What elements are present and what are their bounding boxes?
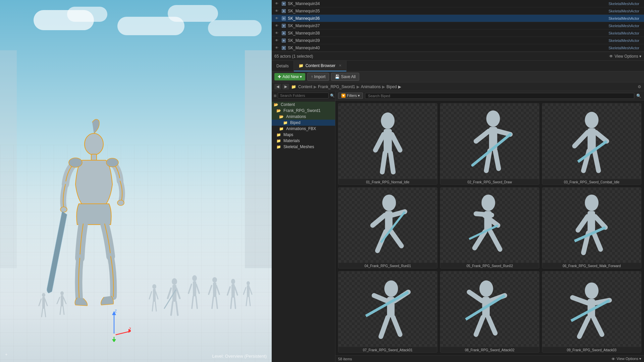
outliner-row[interactable]: 👁 SK_Mannequin39 SkeletalMeshActor xyxy=(272,37,644,44)
actor-name: SK_Mannequin39 xyxy=(288,38,608,43)
svg-line-101 xyxy=(373,215,385,225)
breadcrumb-biped[interactable]: Biped ▶ xyxy=(386,84,401,89)
folder-search-icon[interactable]: 🔍 xyxy=(330,94,335,98)
outliner-row[interactable]: 👁 SK_Mannequin38 SkeletalMeshActor xyxy=(272,29,644,37)
actor-type: SkeletalMeshActor xyxy=(608,2,639,6)
asset-count: 58 items xyxy=(338,357,352,361)
cloud xyxy=(168,5,218,22)
asset-item[interactable]: 02_Frank_RPG_Sword_Draw xyxy=(440,103,539,185)
breadcrumb-back-button[interactable]: ◀ xyxy=(274,84,281,89)
asset-thumbnail xyxy=(338,272,437,347)
folder-search-input[interactable] xyxy=(278,93,329,99)
actor-icon xyxy=(281,38,286,43)
outliner-row[interactable]: 👁 SK_Mannequin36 SkeletalMeshActor xyxy=(272,15,644,22)
tree-item-materials[interactable]: 📁 Materials xyxy=(272,138,335,144)
actor-type: SkeletalMeshActor xyxy=(608,24,639,28)
tree-item-animations-fbx[interactable]: 📁 Animations_FBX xyxy=(272,126,335,132)
content-main: ⊞ 🔍 📂 Content 📂 Frank_RPG_Sword1 📂 Anima… xyxy=(272,91,644,362)
actor-name: SK_Mannequin34 xyxy=(288,1,608,6)
viewport: Z X Level: Overview (Persistent) + xyxy=(0,0,272,362)
tab-content-browser[interactable]: 📁 Content Browser ✕ xyxy=(294,61,346,71)
tree-item-label: Biped xyxy=(290,120,301,125)
svg-rect-66 xyxy=(283,3,285,5)
svg-line-109 xyxy=(476,214,492,215)
folder-tree: ⊞ 🔍 📂 Content 📂 Frank_RPG_Sword1 📂 Anima… xyxy=(272,91,335,362)
tree-item-label: Skeletal_Meshes xyxy=(283,144,314,149)
asset-item[interactable]: 06_Frank_RPG_Sword_Walk_Forward xyxy=(542,187,641,269)
filters-button[interactable]: 🔽 Filters ▾ xyxy=(338,93,363,99)
asset-item[interactable]: 04_Frank_RPG_Sword_Run01 xyxy=(338,187,437,269)
asset-search-input[interactable] xyxy=(365,93,634,99)
asset-thumbnail xyxy=(542,188,641,263)
svg-line-111 xyxy=(490,231,500,249)
asset-label: 04_Frank_RPG_Sword_Run01 xyxy=(338,263,437,268)
svg-line-122 xyxy=(374,296,387,301)
tree-item-maps[interactable]: 📁 Maps xyxy=(272,132,335,138)
asset-search-bar: 🔽 Filters ▾ 🔍 xyxy=(335,91,644,101)
tree-item-label: Content xyxy=(281,102,295,107)
tabs-row: Details 📁 Content Browser ✕ xyxy=(272,61,644,71)
add-new-button[interactable]: ✚ Add New ▾ xyxy=(274,73,305,80)
visibility-icon[interactable]: 👁 xyxy=(274,38,280,44)
asset-item[interactable]: 08_Frank_RPG_Sword_Attack02 xyxy=(440,271,539,353)
svg-line-88 xyxy=(497,131,510,134)
visibility-icon[interactable]: 👁 xyxy=(274,45,280,51)
breadcrumb-forward-button[interactable]: ▶ xyxy=(282,84,289,89)
asset-item[interactable]: 03_Frank_RPG_Sword_Combat_Idle xyxy=(542,103,641,185)
tree-item-biped[interactable]: 📁 Biped xyxy=(272,120,335,126)
actor-name: SK_Mannequin38 xyxy=(288,31,608,36)
svg-line-124 xyxy=(381,317,388,337)
actor-name: SK_Mannequin35 xyxy=(288,9,608,13)
actor-type: SkeletalMeshActor xyxy=(608,9,639,13)
asset-item[interactable]: 05_Frank_RPG_Sword_Run02 xyxy=(440,187,539,269)
right-panel: 👁 SK_Mannequin34 SkeletalMeshActor 👁 SK_… xyxy=(272,0,644,362)
tree-item-label: Animations_FBX xyxy=(286,126,316,131)
svg-line-115 xyxy=(578,216,588,230)
asset-item[interactable]: 09_Frank_RPG_Sword_Attack03 xyxy=(542,271,641,353)
actor-count: 65 actors (1 selected) xyxy=(274,54,313,59)
outliner-row[interactable]: 👁 SK_Mannequin34 SkeletalMeshActor xyxy=(272,0,644,7)
breadcrumb-frank[interactable]: Frank_RPG_Sword1 xyxy=(318,84,355,89)
folder-icon: 📂 xyxy=(274,103,278,107)
asset-label: 02_Frank_RPG_Sword_Draw xyxy=(440,179,539,184)
asset-label: 08_Frank_RPG_Sword_Attack02 xyxy=(440,347,539,352)
import-button[interactable]: ↑ Import xyxy=(307,73,329,81)
breadcrumb-settings-icon[interactable]: ⚙ xyxy=(638,84,641,89)
tab-details[interactable]: Details xyxy=(272,61,294,71)
folder-icon: 📁 xyxy=(276,133,281,137)
actor-name: SK_Mannequin37 xyxy=(288,23,608,28)
asset-search-icon[interactable]: 🔍 xyxy=(636,94,641,98)
visibility-icon[interactable]: 👁 xyxy=(274,1,280,7)
asset-label: 05_Frank_RPG_Sword_Run02 xyxy=(440,263,539,268)
outliner-row[interactable]: 👁 SK_Mannequin40 SkeletalMeshActor xyxy=(272,44,644,52)
outliner-row[interactable]: 👁 SK_Mannequin35 SkeletalMeshActor xyxy=(272,7,644,15)
visibility-icon[interactable]: 👁 xyxy=(274,23,280,29)
svg-rect-78 xyxy=(283,47,285,49)
visibility-icon[interactable]: 👁 xyxy=(274,30,280,36)
asset-label: 01_Frank_RPG_Normal_Idle xyxy=(338,179,437,184)
asset-view-options[interactable]: 👁 View Options ▾ xyxy=(611,357,641,361)
grid-corner-indicator: + xyxy=(5,352,8,357)
visibility-icon[interactable]: 👁 xyxy=(274,15,280,21)
outliner-view-options[interactable]: 👁 View Options ▾ xyxy=(609,54,641,59)
breadcrumb-biped-expand[interactable]: ▶ xyxy=(398,84,401,89)
asset-thumbnail xyxy=(542,272,641,347)
breadcrumb-animations[interactable]: Animations xyxy=(361,84,381,89)
folder-search-bar: ⊞ 🔍 xyxy=(272,91,335,100)
asset-item[interactable]: 01_Frank_RPG_Normal_Idle xyxy=(338,103,437,185)
asset-item[interactable]: 07_Frank_RPG_Sword_Attack01 xyxy=(338,271,437,353)
tree-item-content[interactable]: 📂 Content xyxy=(272,102,335,108)
tree-item-animations[interactable]: 📂 Animations xyxy=(272,114,335,120)
visibility-icon[interactable]: 👁 xyxy=(274,8,280,14)
actor-icon xyxy=(281,1,286,6)
tree-item-skeletal-meshes[interactable]: 📁 Skeletal_Meshes xyxy=(272,144,335,150)
tree-item-frank-rpg-sword1[interactable]: 📂 Frank_RPG_Sword1 xyxy=(272,108,335,114)
tab-close-icon[interactable]: ✕ xyxy=(339,64,341,67)
outliner-row[interactable]: 👁 SK_Mannequin37 SkeletalMeshActor xyxy=(272,22,644,29)
folder-filter-icon: ⊞ xyxy=(274,94,276,98)
folder-icon: 📁 xyxy=(276,145,281,149)
svg-point-120 xyxy=(384,281,398,297)
save-all-button[interactable]: 💾 Save All xyxy=(331,73,359,81)
breadcrumb-content[interactable]: Content xyxy=(298,84,312,89)
actor-icon xyxy=(281,23,286,28)
